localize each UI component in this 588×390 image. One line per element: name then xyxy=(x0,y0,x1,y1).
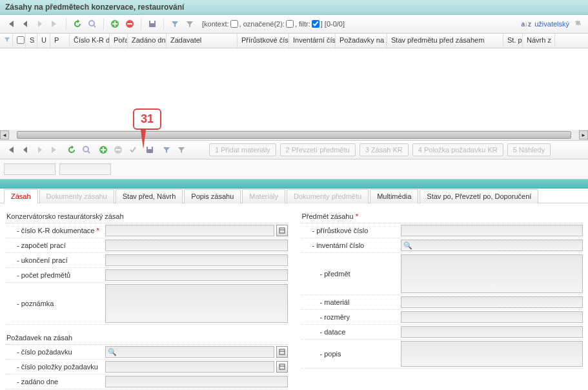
picker-itemnum-icon[interactable] xyxy=(276,361,288,373)
refresh-icon[interactable] xyxy=(71,17,84,30)
label-desc: - popis xyxy=(301,348,401,360)
grid-col-11[interactable]: Požadavky na zá xyxy=(336,34,387,48)
input-itemnum[interactable] xyxy=(105,361,274,373)
settings-icon[interactable] xyxy=(571,17,584,30)
nav-next-icon[interactable] xyxy=(34,143,46,156)
status-text: [kontext: , označené(2): , filtr: ] [0-0… xyxy=(202,20,345,28)
teal-divider xyxy=(0,180,588,189)
input-kr-doc[interactable] xyxy=(105,225,274,236)
tab-4[interactable]: Materiály xyxy=(242,189,285,203)
svg-rect-11 xyxy=(279,349,285,354)
remove-icon[interactable] xyxy=(123,17,136,30)
sort-az-icon[interactable]: a↓z xyxy=(520,17,532,30)
input-accnum[interactable] xyxy=(401,225,583,236)
sub-field-2[interactable] xyxy=(59,163,111,175)
label-accnum: - přírůstkové číslo xyxy=(301,225,401,236)
zoom-icon[interactable] xyxy=(80,143,93,156)
scroll-left-icon[interactable]: ◄ xyxy=(0,130,9,139)
input-dims[interactable] xyxy=(401,311,583,323)
input-material[interactable] xyxy=(401,296,583,308)
input-note[interactable] xyxy=(105,284,288,323)
grid-col-14[interactable]: Návrh z xyxy=(523,34,555,48)
label-object: - předmět xyxy=(301,268,401,280)
scroll-right-icon[interactable]: ► xyxy=(579,130,588,139)
input-reqnum[interactable]: 🔍 xyxy=(105,346,274,358)
filter-icon[interactable] xyxy=(168,17,181,30)
sub-field-1[interactable] xyxy=(4,163,56,175)
grid-col-0[interactable] xyxy=(0,34,13,48)
grid-col-12[interactable]: Stav předmětu před zásahem xyxy=(387,34,503,48)
picker-kr-doc-icon[interactable] xyxy=(276,225,288,236)
nav-first-icon[interactable] xyxy=(4,143,17,156)
grid-col-3[interactable]: U xyxy=(37,34,50,48)
grid-col-5[interactable]: Číslo K-R dok xyxy=(70,34,110,48)
search-icon[interactable]: 🔍 xyxy=(108,348,117,356)
filter-icon[interactable] xyxy=(160,143,173,156)
section-kr-zasah: Konzervátorsko restaurátorský zásah xyxy=(5,210,288,223)
section-object: Předmět zásahu * xyxy=(301,210,583,223)
filter-checkbox[interactable] xyxy=(312,20,319,28)
add-icon[interactable] xyxy=(97,143,110,156)
grid-scrollbar[interactable]: ◄ ► xyxy=(0,130,588,140)
grid-col-6[interactable]: Pořa xyxy=(110,34,128,48)
input-start[interactable] xyxy=(105,240,288,251)
label-end: - ukončení prací xyxy=(5,254,105,266)
input-dating[interactable] xyxy=(401,326,583,338)
label-invnum: - inventární číslo xyxy=(301,240,401,251)
detail-toolbar: 31 1 Přidat materiály2 Převzetí předmětu… xyxy=(0,140,588,159)
refresh-icon[interactable] xyxy=(65,143,78,156)
filter-clear-icon[interactable] xyxy=(175,143,188,156)
scroll-thumb[interactable] xyxy=(17,131,571,139)
nav-next-icon[interactable] xyxy=(34,17,46,30)
search-icon[interactable]: 🔍 xyxy=(403,241,412,250)
action-btn-0[interactable]: 1 Přidat materiály xyxy=(209,143,276,156)
input-reqdate[interactable] xyxy=(105,376,288,387)
grid-col-13[interactable]: St. př xyxy=(503,34,523,48)
grid-col-1[interactable] xyxy=(13,34,26,48)
grid-col-9[interactable]: Přírůstkové číslo xyxy=(238,34,289,48)
tab-6[interactable]: Multimédia xyxy=(370,189,418,203)
nav-prev-icon[interactable] xyxy=(19,143,32,156)
main-toolbar: [kontext: , označené(2): , filtr: ] [0-0… xyxy=(0,15,588,34)
input-count[interactable] xyxy=(105,269,288,281)
tab-1[interactable]: Dokumenty zásahu xyxy=(39,189,114,203)
filter-clear-icon[interactable] xyxy=(183,17,196,30)
grid-col-7[interactable]: Zadáno dne xyxy=(128,34,167,48)
action-btn-3[interactable]: 4 Položka požadavku KR xyxy=(412,143,503,156)
label-kr-doc: - číslo K-R dokumentace * xyxy=(5,225,105,236)
nav-last-icon[interactable] xyxy=(48,17,61,30)
tab-5[interactable]: Dokumenty předmětu xyxy=(287,189,369,203)
tab-0[interactable]: Zásah xyxy=(4,189,38,203)
input-invnum[interactable]: 🔍 xyxy=(401,240,583,251)
selected-checkbox[interactable] xyxy=(286,20,294,28)
context-checkbox[interactable] xyxy=(230,20,238,28)
zoom-icon[interactable] xyxy=(86,17,99,30)
label-material: - materiál xyxy=(301,296,401,308)
tab-7[interactable]: Stav po, Převzetí po, Doporučení xyxy=(420,189,538,203)
input-desc[interactable] xyxy=(401,341,583,367)
action-btn-4[interactable]: 5 Náhledy xyxy=(507,143,551,156)
label-dims: - rozměry xyxy=(301,311,401,323)
grid-header: SUPČíslo K-R dokPořaZadáno dneZadavatelP… xyxy=(0,34,588,48)
nav-prev-icon[interactable] xyxy=(19,17,32,30)
tab-2[interactable]: Stav před, Návrh xyxy=(116,189,183,203)
picker-reqnum-icon[interactable] xyxy=(276,346,288,358)
action-btn-2[interactable]: 3 Zásah KR xyxy=(360,143,409,156)
user-link[interactable]: uživatelský xyxy=(534,20,569,28)
input-end[interactable] xyxy=(105,254,288,266)
remove-icon[interactable] xyxy=(112,143,125,156)
save-icon[interactable] xyxy=(146,17,159,30)
add-icon[interactable] xyxy=(108,17,121,30)
nav-last-icon[interactable] xyxy=(48,143,61,156)
svg-point-5 xyxy=(83,147,88,152)
tab-3[interactable]: Popis zásahu xyxy=(184,189,241,203)
label-count: - počet předmětů xyxy=(5,269,105,281)
action-btn-1[interactable]: 2 Převzetí předmětu xyxy=(280,143,356,156)
grid-body xyxy=(0,48,588,130)
grid-col-10[interactable]: Inventární číslo xyxy=(289,34,336,48)
input-object[interactable] xyxy=(401,254,583,293)
grid-col-4[interactable]: P xyxy=(50,34,70,48)
grid-col-2[interactable]: S xyxy=(26,34,37,48)
grid-col-8[interactable]: Zadavatel xyxy=(167,34,238,48)
nav-first-icon[interactable] xyxy=(4,17,17,30)
